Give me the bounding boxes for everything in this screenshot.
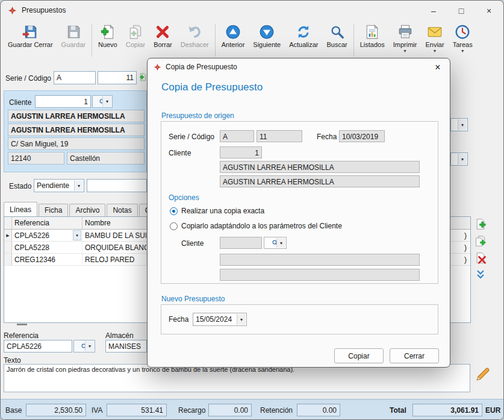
expand-rows-icon[interactable] bbox=[474, 268, 487, 281]
toolbar-borrar[interactable]: Borrar bbox=[149, 22, 176, 57]
dlg-cliente-codigo-field: 1 bbox=[220, 146, 262, 158]
chevron-down-icon[interactable]: ▾ bbox=[102, 96, 111, 107]
grid-side-toolbar bbox=[474, 218, 488, 285]
cell-dropdown-icon[interactable]: ▾ bbox=[73, 230, 81, 240]
toolbar-label: Anterior bbox=[222, 41, 245, 48]
serie-input[interactable]: A bbox=[54, 71, 96, 84]
minimize-button[interactable]: – bbox=[420, 1, 447, 20]
cerrar-button[interactable]: Cerrar bbox=[390, 348, 439, 363]
duplicate-row-button[interactable] bbox=[474, 234, 487, 248]
copiar-button[interactable]: Copiar bbox=[334, 348, 384, 363]
toolbar-nuevo[interactable]: Nuevo bbox=[94, 22, 122, 57]
edit-pencil-icon[interactable] bbox=[475, 366, 491, 382]
toolbar-label: Nuevo bbox=[98, 41, 117, 48]
dlg-cliente2-input[interactable] bbox=[220, 237, 262, 249]
dialog-close-button[interactable]: × bbox=[431, 61, 445, 74]
texto-area[interactable]: Jarrón de cristal con piedras decorativa… bbox=[4, 364, 470, 392]
chevron-down-icon[interactable]: ▼ bbox=[433, 49, 437, 53]
toolbar-guardar-cerrar[interactable]: Guardar Cerrar bbox=[4, 22, 57, 57]
toolbar-siguiente[interactable]: Siguiente bbox=[249, 22, 285, 57]
table-row[interactable]: CREG12346 RELOJ PARED bbox=[4, 254, 147, 266]
delete-row-button[interactable] bbox=[474, 251, 487, 265]
toolbar-label: Tareas bbox=[453, 41, 473, 48]
tab-ficha[interactable]: Ficha bbox=[39, 204, 68, 216]
base-value: 2,530.50 bbox=[26, 404, 86, 416]
radio-copia-exacta-label[interactable]: Realizar una copia exacta bbox=[181, 207, 264, 215]
toolbar-deshacer[interactable]: Deshacer bbox=[176, 22, 213, 57]
dlg-nueva-fecha-select[interactable]: 15/05/2024 ▾ bbox=[193, 313, 247, 326]
toolbar-enviar[interactable]: Enviar ▼ bbox=[421, 22, 448, 57]
new-code-icon[interactable] bbox=[138, 71, 147, 83]
column-header-nombre[interactable]: Nombre bbox=[82, 217, 147, 229]
chevron-down-icon[interactable]: ▼ bbox=[461, 49, 465, 53]
toolbar-listados[interactable]: Listados bbox=[356, 22, 389, 57]
codigo-input[interactable]: 11 bbox=[98, 71, 137, 84]
chevron-down-icon[interactable]: ▼ bbox=[403, 49, 407, 53]
send-mail-icon bbox=[427, 24, 443, 40]
estado-extra-input[interactable] bbox=[87, 179, 147, 192]
toolbar-buscar[interactable]: Buscar bbox=[322, 22, 351, 57]
toolbar-label: Borrar bbox=[154, 41, 172, 48]
toolbar-copiar[interactable]: Copiar bbox=[122, 22, 149, 57]
toolbar-tareas[interactable]: Tareas ▼ bbox=[449, 22, 477, 57]
origen-section-label: Presupuesto de origen bbox=[161, 111, 234, 120]
cliente-nombre-comercial-field: AGUSTIN LARREA HERMOSILLA bbox=[8, 124, 145, 136]
chevron-down-icon[interactable]: ▾ bbox=[458, 119, 467, 130]
dlg-fecha-field: 10/03/2019 bbox=[339, 130, 385, 142]
toolbar-anterior[interactable]: Anterior bbox=[217, 22, 249, 57]
cliente-codigo-input[interactable]: 1 bbox=[35, 95, 91, 108]
chevron-down-icon[interactable]: ▾ bbox=[74, 180, 83, 191]
cell-referencia[interactable]: CPLA5228 bbox=[12, 242, 82, 253]
cell-nombre[interactable]: RELOJ PARED bbox=[82, 254, 147, 265]
total-label: Total bbox=[390, 406, 406, 415]
radio-copiar-adaptando[interactable] bbox=[170, 222, 178, 230]
chevron-down-icon[interactable]: ▾ bbox=[276, 238, 285, 248]
close-button[interactable]: × bbox=[475, 1, 503, 20]
toolbar-separator bbox=[215, 24, 216, 57]
chevron-down-icon[interactable]: ▾ bbox=[237, 314, 246, 325]
iva-value: 531.41 bbox=[107, 404, 167, 416]
hidden-combo-fragment[interactable]: ▾ bbox=[450, 152, 468, 166]
currency-label: EUR bbox=[485, 406, 500, 415]
tab-lineas[interactable]: Líneas bbox=[4, 202, 37, 216]
toolbar-actualizar[interactable]: Actualizar bbox=[285, 22, 322, 57]
maximize-button[interactable]: □ bbox=[447, 1, 475, 20]
toolbar-guardar[interactable]: Guardar bbox=[57, 22, 90, 57]
toolbar-label: Guardar bbox=[61, 41, 86, 48]
table-row[interactable]: ▶ CPLA5226▾ BAMBU DE LA SUERTE bbox=[4, 230, 147, 242]
toolbar: Guardar Cerrar Guardar Nuevo Copiar Borr… bbox=[1, 20, 503, 58]
cell-nombre[interactable]: BAMBU DE LA SUERTE bbox=[82, 230, 147, 241]
referencia-input[interactable]: CPLA5226 bbox=[4, 340, 72, 353]
cell-referencia[interactable]: CPLA5226▾ bbox=[12, 230, 82, 241]
almacen-input[interactable]: MANISES bbox=[105, 340, 147, 353]
direccion-field: C/ San Miguel, 19 bbox=[8, 137, 145, 150]
toolbar-separator bbox=[353, 24, 354, 57]
cliente-search-button[interactable]: ▾ bbox=[92, 95, 113, 108]
insert-row-button[interactable] bbox=[474, 218, 487, 231]
dlg-cliente-label: Cliente bbox=[169, 149, 191, 157]
table-row[interactable]: CPLA5228 ORQUIDEA BLANCA bbox=[4, 242, 147, 254]
recargo-value: 0.00 bbox=[208, 404, 252, 416]
radio-copiar-adaptando-label[interactable]: Copiarlo adaptándolo a los parámetros de… bbox=[181, 222, 342, 230]
toolbar-label: Imprimir bbox=[393, 41, 417, 48]
chevron-down-icon[interactable]: ▾ bbox=[458, 154, 467, 165]
cell-nombre[interactable]: ORQUIDEA BLANCA bbox=[82, 242, 147, 253]
tab-general[interactable]: General bbox=[139, 204, 147, 216]
referencia-search-button[interactable]: ▾ bbox=[73, 340, 95, 353]
cell-referencia[interactable]: CREG12346 bbox=[12, 254, 82, 265]
dlg-cliente2-search-button[interactable]: ▾ bbox=[264, 237, 287, 249]
toolbar-imprimir[interactable]: Imprimir ▼ bbox=[389, 22, 422, 57]
column-header-referencia[interactable]: Referencia bbox=[12, 217, 82, 229]
chevron-down-icon[interactable]: ▾ bbox=[85, 341, 94, 351]
tab-notas[interactable]: Notas bbox=[107, 204, 137, 216]
grid-header-fragment bbox=[450, 217, 470, 230]
hidden-combo-fragment[interactable]: ▾ bbox=[450, 118, 468, 131]
estado-select[interactable]: Pendiente ▾ bbox=[34, 179, 84, 192]
dialog-title: Copia de Presupuesto bbox=[166, 63, 237, 71]
cliente-nombre-field: AGUSTIN LARREA HERMOSILLA bbox=[8, 110, 145, 122]
referencia-label: Referencia bbox=[4, 331, 39, 340]
tab-archivo[interactable]: Archivo bbox=[69, 204, 105, 216]
scrollbar-thumb[interactable] bbox=[17, 324, 27, 325]
dlg-cliente2-nombre-field bbox=[220, 254, 420, 266]
radio-copia-exacta[interactable] bbox=[170, 207, 178, 215]
